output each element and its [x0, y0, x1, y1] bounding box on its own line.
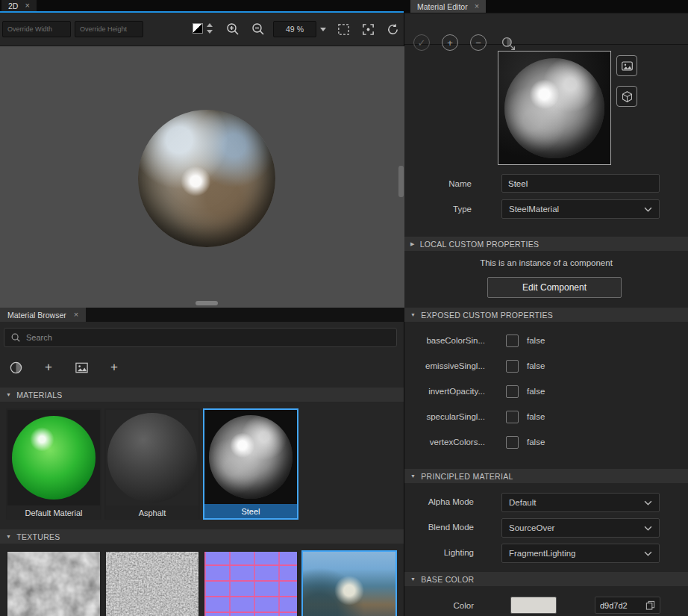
type-label: Type [404, 205, 472, 214]
grain-texture-image [106, 552, 198, 616]
green-sphere-preview [12, 416, 96, 500]
material-library-button[interactable] [7, 359, 24, 376]
2d-viewport[interactable] [0, 46, 404, 308]
override-width-input[interactable] [2, 21, 71, 37]
section-label: EXPOSED CUSTOM PROPERTIES [421, 311, 553, 320]
tab-2d[interactable]: 2D × [1, 0, 37, 11]
section-header-textures[interactable]: ▼ TEXTURES [0, 529, 404, 544]
asphalt-sphere-preview [107, 413, 197, 503]
material-sphere-icon [9, 361, 23, 375]
material-tile-default-material[interactable]: Default Material [6, 408, 101, 520]
name-input[interactable] [501, 174, 660, 193]
selection-frame-icon [337, 22, 351, 37]
caret-down-icon: ▼ [6, 534, 11, 539]
add-material-button[interactable]: + [40, 359, 57, 376]
material-tile-steel[interactable]: Steel [203, 408, 298, 520]
tab-material-browser[interactable]: Material Browser × [0, 308, 86, 322]
material-preview[interactable] [498, 51, 611, 165]
name-label: Name [404, 179, 472, 188]
section-header-local-custom[interactable]: ▶ LOCAL CUSTOM PROPERTIES [404, 237, 688, 251]
section-label: TEXTURES [16, 532, 60, 541]
zoom-in-icon [225, 22, 240, 37]
property-checkbox[interactable] [506, 385, 519, 398]
material-name: Steel [241, 507, 260, 516]
preview-model-button[interactable] [616, 86, 637, 107]
texture-tile-noise-fine[interactable] [104, 550, 200, 616]
material-caption: Default Material [7, 505, 100, 520]
section-header-base-color[interactable]: ▼ BASE COLOR [404, 572, 688, 586]
section-header-materials[interactable]: ▼ MATERIALS [0, 388, 404, 402]
zoom-selection-button[interactable] [334, 20, 352, 38]
preview-steel-sphere [504, 58, 604, 158]
close-icon[interactable]: × [475, 2, 479, 10]
base-color-swatch[interactable] [510, 597, 557, 614]
add-texture-button[interactable]: + [106, 359, 122, 376]
cube-icon [621, 90, 634, 103]
section-label: LOCAL CUSTOM PROPERTIES [420, 240, 540, 249]
zoom-out-icon [251, 22, 266, 37]
property-checkbox[interactable] [506, 360, 519, 373]
preview-env-button[interactable] [616, 55, 637, 76]
viewport-scrollbar[interactable] [398, 166, 404, 197]
section-header-exposed-custom[interactable]: ▼ EXPOSED CUSTOM PROPERTIES [404, 308, 688, 322]
material-name: Default Material [25, 508, 82, 517]
property-checkbox[interactable] [506, 335, 519, 347]
splitter-handle[interactable] [196, 301, 218, 305]
edit-component-button[interactable]: Edit Component [487, 277, 622, 298]
close-icon[interactable]: × [25, 1, 29, 10]
base-color-hex-field[interactable] [595, 597, 660, 614]
steel-sphere-preview [209, 415, 293, 499]
dropdown-value: FragmentLighting [509, 549, 576, 558]
spinner-up-icon[interactable] [207, 23, 213, 27]
material-editor-toolbar: ✓ + − [404, 13, 688, 45]
property-checkbox[interactable] [506, 411, 519, 423]
caret-down-icon: ▼ [410, 312, 416, 317]
zoom-out-button[interactable] [249, 20, 267, 38]
property-checkbox[interactable] [506, 436, 519, 449]
refresh-button[interactable] [384, 20, 401, 38]
texture-thumbnail [303, 552, 395, 616]
property-value: false [527, 412, 545, 421]
fit-view-button[interactable] [359, 20, 377, 38]
tab-material-editor[interactable]: Material Editor × [410, 0, 486, 13]
apply-material-icon [501, 36, 516, 52]
color-spinner[interactable] [207, 23, 213, 34]
blend-mode-dropdown[interactable]: SourceOver [501, 518, 660, 538]
zoom-dropdown-arrow-icon[interactable] [320, 28, 326, 31]
close-icon[interactable]: × [74, 311, 78, 319]
copy-icon[interactable] [645, 600, 655, 610]
chevron-down-icon [644, 526, 652, 531]
plus-icon: + [45, 360, 52, 375]
lighting-dropdown[interactable]: FragmentLighting [501, 544, 660, 563]
zoom-level-combobox[interactable]: 49 % [273, 21, 316, 37]
texture-tile-environment[interactable] [301, 550, 397, 616]
zoom-in-button[interactable] [224, 20, 242, 38]
caret-right-icon: ▶ [410, 241, 415, 246]
apply-changes-button[interactable]: ✓ [413, 34, 430, 51]
search-bar[interactable] [4, 328, 397, 347]
override-height-input[interactable] [75, 21, 143, 37]
section-label: BASE COLOR [421, 575, 474, 584]
hex-input[interactable] [600, 601, 642, 610]
material-caption: Asphalt [106, 505, 198, 520]
canvas-color-swatch[interactable] [193, 23, 203, 34]
delete-material-button[interactable]: − [470, 34, 487, 51]
2d-toolbar: 49 % [0, 13, 404, 46]
type-dropdown[interactable]: SteelMaterial [501, 199, 660, 219]
apply-to-selected-button[interactable] [499, 34, 517, 52]
section-label: PRINCIPLED MATERIAL [421, 472, 513, 481]
section-header-principled[interactable]: ▼ PRINCIPLED MATERIAL [404, 469, 688, 483]
property-value: false [527, 336, 545, 345]
texture-tile-noise-coarse[interactable] [6, 550, 101, 616]
property-label: emissiveSingl... [404, 361, 485, 370]
left-pane: 2D × 49 % [0, 0, 404, 616]
texture-library-button[interactable] [73, 359, 90, 376]
texture-thumbnail [7, 552, 100, 616]
alpha-mode-label: Alpha Mode [404, 497, 474, 506]
material-tile-asphalt[interactable]: Asphalt [104, 408, 200, 520]
search-input[interactable] [26, 333, 390, 342]
spinner-down-icon[interactable] [207, 30, 213, 34]
texture-tile-bricks[interactable] [203, 550, 298, 616]
alpha-mode-dropdown[interactable]: Default [501, 493, 660, 512]
create-material-button[interactable]: + [442, 34, 458, 51]
